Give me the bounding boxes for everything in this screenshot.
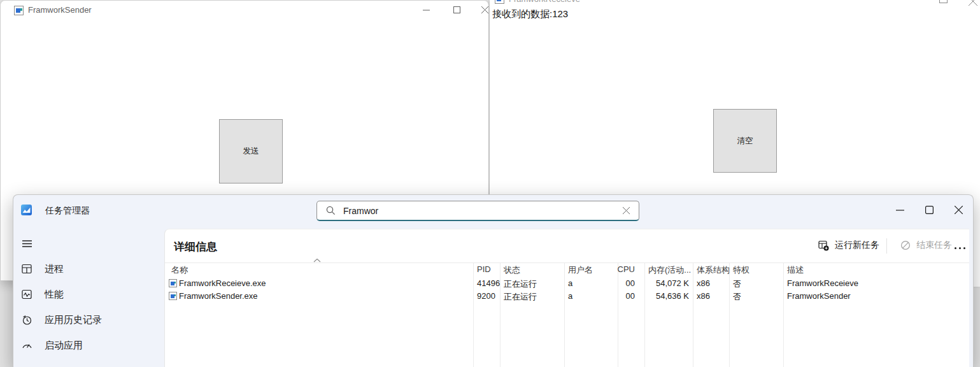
toolbar-divider: [886, 238, 887, 254]
run-new-task-icon: [818, 240, 829, 251]
table-row[interactable]: FramworkSender.exe 9200 正在运行 a 00 54,636…: [165, 290, 969, 303]
sidebar-item-performance[interactable]: 性能: [13, 284, 160, 305]
history-clock-icon: [22, 315, 32, 326]
sidebar-item-app-history[interactable]: 应用历史记录: [13, 309, 160, 331]
sidebar-item-startup-apps[interactable]: 启动应用: [13, 335, 160, 356]
sidebar-menu-toggle[interactable]: [13, 233, 160, 254]
end-task-button[interactable]: 结束任务: [900, 240, 952, 251]
run-new-task-button[interactable]: 运行新任务: [818, 240, 879, 251]
col-header-pid[interactable]: PID: [477, 264, 491, 274]
sidebar-item-processes[interactable]: 进程: [13, 258, 160, 280]
search-value: Framwor: [343, 206, 623, 216]
col-header-desc[interactable]: 描述: [787, 264, 804, 276]
col-header-arch[interactable]: 体系结构: [697, 264, 730, 276]
table-divider: [165, 263, 969, 263]
sidebar-item-partial[interactable]: [13, 363, 160, 367]
sender-titlebar[interactable]: FramworkSender: [1, 1, 488, 20]
clear-button[interactable]: 清空: [713, 109, 777, 173]
table-row[interactable]: FramworkReceieve.exe 41496 正在运行 a 00 54,…: [165, 277, 969, 290]
startup-gauge-icon: [22, 340, 32, 351]
task-manager-logo-icon: [21, 205, 32, 215]
process-app-icon: [169, 292, 177, 300]
sort-ascending-icon: [313, 258, 321, 263]
app-window-icon: [14, 6, 24, 15]
send-button[interactable]: 发送: [219, 119, 283, 184]
hamburger-icon: [22, 238, 32, 249]
receiver-window-title: FramworkReceieve: [509, 0, 580, 4]
search-input[interactable]: Framwor: [316, 201, 639, 221]
search-icon: [326, 206, 336, 215]
col-header-user[interactable]: 用户名: [568, 264, 593, 276]
page-title: 详细信息: [174, 240, 217, 254]
end-task-icon: [900, 240, 911, 250]
task-manager-window: 任务管理器 Framwor 进程 性能: [13, 194, 974, 367]
receiver-maximize-button[interactable]: [939, 0, 952, 4]
processes-icon: [22, 264, 32, 275]
sender-window-title: FramworkSender: [28, 5, 92, 15]
col-header-memory[interactable]: 内存(活动...: [648, 264, 691, 276]
maximize-button[interactable]: [446, 1, 467, 18]
task-manager-title: 任务管理器: [45, 205, 90, 217]
search-clear-icon[interactable]: [623, 207, 630, 214]
receiver-titlebar[interactable]: FramworkReceieve: [495, 0, 686, 6]
tm-close-button[interactable]: [947, 200, 970, 219]
performance-icon: [22, 289, 32, 300]
receiver-close-button[interactable]: [969, 0, 980, 6]
col-header-status[interactable]: 状态: [504, 264, 520, 276]
minimize-button[interactable]: [416, 1, 436, 18]
col-header-priv[interactable]: 特权: [733, 264, 749, 276]
details-panel: 详细信息 运行新任务 结束任务: [164, 229, 969, 367]
col-header-cpu[interactable]: CPU: [604, 264, 635, 274]
process-app-icon: [169, 279, 177, 287]
more-options-button[interactable]: [955, 247, 965, 249]
tm-maximize-button[interactable]: [918, 200, 941, 219]
tm-minimize-button[interactable]: [888, 200, 911, 219]
received-data-label: 接收到的数据:123: [492, 8, 568, 20]
col-header-name[interactable]: 名称: [171, 264, 188, 276]
